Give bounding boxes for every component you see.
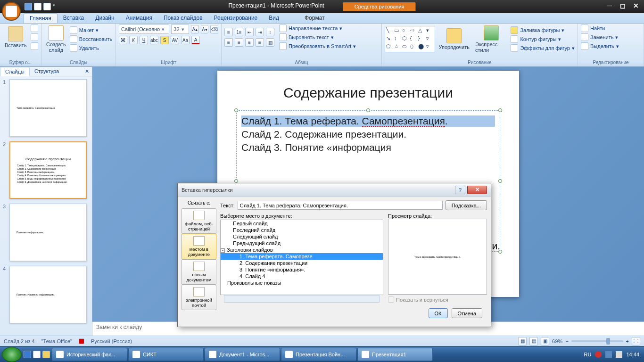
- slide-title[interactable]: Содержание презентации: [236, 85, 500, 101]
- justify-button[interactable]: ≡: [256, 38, 264, 47]
- find-button[interactable]: Найти: [581, 25, 641, 32]
- tab-slideshow[interactable]: Показ слайдов: [158, 13, 208, 23]
- dialog-close-button[interactable]: ✕: [467, 186, 487, 194]
- slide-thumbnail[interactable]: Содержание презентации Слайд 1. Тема реф…: [9, 141, 87, 199]
- tree-node[interactable]: 2. Содержание презентации: [221, 260, 383, 266]
- maximize-button[interactable]: ◻: [618, 2, 628, 9]
- tab-outline[interactable]: Структура: [30, 67, 64, 76]
- tree-expander-icon[interactable]: -: [221, 248, 225, 253]
- tree-node[interactable]: Последний слайд: [221, 227, 383, 233]
- reset-button[interactable]: Восстановить: [70, 35, 112, 43]
- shape-oval-icon[interactable]: ○: [402, 27, 410, 35]
- zoom-out-button[interactable]: −: [565, 338, 568, 344]
- quick-styles-button[interactable]: Экспресс-стили: [473, 25, 509, 54]
- link-target-button[interactable]: местом в документе: [182, 234, 216, 259]
- quick-launch-desktop-icon[interactable]: [33, 351, 41, 358]
- indent-inc-button[interactable]: ⇥: [256, 28, 264, 36]
- spellcheck-icon[interactable]: [79, 338, 84, 344]
- content-line[interactable]: Слайд 3. Понятие «информация: [241, 142, 495, 153]
- shape-triangle-icon[interactable]: △: [418, 27, 426, 35]
- save-icon[interactable]: [25, 3, 32, 10]
- align-text-button[interactable]: Выровнять текст ▾: [279, 33, 356, 41]
- dialog-help-button[interactable]: ?: [455, 186, 465, 194]
- slideshow-view-button[interactable]: ▣: [541, 337, 549, 346]
- link-target-button[interactable]: файлом, веб- страницей: [182, 208, 216, 234]
- grow-font-icon[interactable]: A▴: [191, 25, 199, 33]
- office-button[interactable]: [2, 2, 21, 21]
- change-case-button[interactable]: Aa: [181, 36, 190, 44]
- tree-node[interactable]: -Заголовки слайдов: [221, 247, 383, 253]
- cancel-button[interactable]: Отмена: [452, 308, 482, 318]
- bold-button[interactable]: Ж: [119, 36, 127, 44]
- link-target-button[interactable]: новым документом: [182, 259, 216, 285]
- new-slide-button[interactable]: Создать слайд: [44, 25, 68, 54]
- tab-review[interactable]: Рецензирование: [208, 13, 264, 23]
- shape-line-icon[interactable]: ╲: [386, 27, 394, 35]
- shape-outline-button[interactable]: Контур фигуры ▾: [511, 35, 575, 43]
- convert-smartart-button[interactable]: Преобразовать в SmartArt ▾: [279, 42, 356, 50]
- zoom-slider[interactable]: [571, 340, 623, 342]
- format-painter-icon[interactable]: [31, 42, 38, 50]
- paste-button[interactable]: Вставить: [3, 25, 29, 49]
- quick-launch-ie-icon[interactable]: [24, 351, 31, 358]
- place-tree[interactable]: Первый слайдПоследний слайдСледующий сла…: [220, 220, 383, 295]
- layout-button[interactable]: Макет ▾: [70, 26, 112, 34]
- shape-arrow-icon[interactable]: ⇨: [410, 27, 418, 35]
- sorter-view-button[interactable]: ▤: [529, 337, 538, 346]
- delete-button[interactable]: Удалить: [70, 44, 112, 52]
- select-button[interactable]: Выделить ▾: [581, 42, 641, 50]
- replace-button[interactable]: Заменить ▾: [581, 33, 641, 41]
- tree-node[interactable]: 3. Понятие «информация».: [221, 266, 383, 273]
- text-direction-button[interactable]: Направление текста ▾: [279, 25, 356, 32]
- tree-node[interactable]: 4. Слайд 4: [221, 273, 383, 280]
- tab-view[interactable]: Вид: [263, 13, 285, 23]
- taskbar-item[interactable]: Документ1 - Micros...: [205, 348, 280, 361]
- dialog-titlebar[interactable]: Вставка гиперссылки ? ✕: [178, 183, 491, 197]
- tray-volume-icon[interactable]: [616, 351, 622, 358]
- normal-view-button[interactable]: ▦: [518, 337, 527, 346]
- numbering-button[interactable]: 1≡: [235, 28, 243, 36]
- taskbar-item[interactable]: СИКТ: [128, 348, 204, 361]
- tree-node[interactable]: Произвольные показы: [221, 280, 383, 286]
- slide-thumbnail[interactable]: Понятие «информация».: [9, 204, 87, 261]
- copy-icon[interactable]: [31, 33, 38, 41]
- shadow-button[interactable]: S: [160, 36, 169, 44]
- link-target-button[interactable]: электронной почтой: [182, 285, 216, 310]
- zoom-value[interactable]: 69%: [552, 338, 562, 344]
- tree-node[interactable]: 1. Тема реферата. Самопрезе: [221, 253, 383, 260]
- zoom-in-button[interactable]: +: [626, 338, 629, 344]
- language[interactable]: Русский (Россия): [91, 338, 132, 344]
- tab-format[interactable]: Формат: [299, 13, 330, 23]
- font-size-select[interactable]: 32▾: [171, 25, 189, 34]
- content-line[interactable]: Слайд 2. Содержание презентации.: [241, 129, 495, 140]
- shrink-font-icon[interactable]: A▾: [201, 25, 209, 33]
- tree-node[interactable]: Следующий слайд: [221, 233, 383, 240]
- bullets-button[interactable]: ≡: [224, 28, 233, 36]
- align-center-button[interactable]: ≡: [235, 38, 243, 47]
- ok-button[interactable]: ОК: [429, 308, 448, 318]
- align-right-button[interactable]: ≡: [245, 38, 254, 47]
- redo-icon[interactable]: [43, 3, 51, 10]
- tray-lang[interactable]: RU: [584, 352, 592, 357]
- font-name-select[interactable]: Calibri (Основно▾: [119, 25, 169, 34]
- tree-hscroll[interactable]: [224, 295, 380, 303]
- tab-insert[interactable]: Вставка: [58, 13, 90, 23]
- tab-slides[interactable]: Слайды: [0, 67, 30, 76]
- close-panel-icon[interactable]: ✕: [82, 67, 92, 76]
- shape-fill-button[interactable]: Заливка фигуры ▾: [511, 26, 575, 34]
- taskbar-item[interactable]: Презентация Войн...: [281, 348, 356, 361]
- tray-network-icon[interactable]: [605, 351, 612, 358]
- minimize-button[interactable]: ─: [604, 2, 615, 9]
- undo-icon[interactable]: [34, 3, 41, 10]
- tray-clock[interactable]: 14:44: [626, 352, 639, 357]
- cut-icon[interactable]: [31, 25, 38, 32]
- shape-rect-icon[interactable]: ▭: [394, 27, 402, 35]
- tree-node[interactable]: Первый слайд: [221, 220, 383, 227]
- underline-button[interactable]: Ч: [140, 36, 148, 44]
- font-color-button[interactable]: A: [191, 36, 200, 44]
- qat-dropdown-icon[interactable]: ▾: [53, 3, 60, 10]
- tree-node[interactable]: Предыдущий слайд: [221, 240, 383, 247]
- slide-thumbnail[interactable]: Тема реферата. Самопрезентация.: [9, 79, 87, 137]
- align-left-button[interactable]: ≡: [224, 38, 233, 47]
- shape-more-icon[interactable]: ▾: [426, 27, 434, 35]
